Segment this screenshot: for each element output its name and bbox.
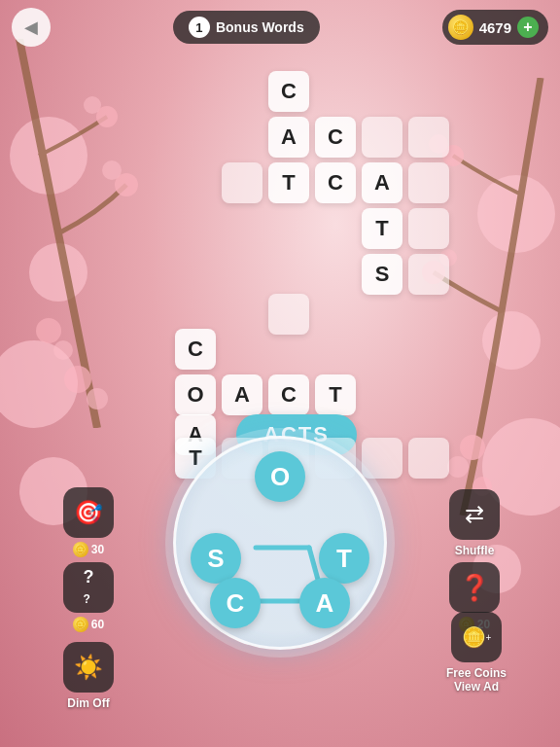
tile-C3: C <box>315 162 356 203</box>
tile-e6-5 <box>268 294 309 335</box>
free-coins-button[interactable]: 🪙+ Free Coins View Ad <box>446 612 507 694</box>
coins-badge: 🪙 4679 + <box>442 10 548 45</box>
add-coins-button[interactable]: + <box>517 17 539 38</box>
circle-letter-A[interactable]: A <box>299 578 350 628</box>
tile-e5-8 <box>408 254 449 295</box>
shuffle-button[interactable]: ⇄ Shuffle <box>449 489 500 557</box>
hint-right-icon: ❓ <box>449 562 500 613</box>
svg-point-6 <box>64 366 91 393</box>
circle-letter-T[interactable]: T <box>319 533 369 584</box>
tile-A3: A <box>362 162 402 203</box>
dart-button[interactable]: 🎯 🪙 30 <box>63 487 114 557</box>
svg-point-12 <box>460 435 485 460</box>
tile-e10-8 <box>408 438 449 479</box>
tile-O8: O <box>175 374 216 415</box>
back-button[interactable]: ◀ <box>12 8 51 47</box>
coin-count: 4679 <box>479 19 511 36</box>
header: ◀ 1 Bonus Words 🪙 4679 + <box>0 8 560 47</box>
tile-T8: T <box>315 374 356 415</box>
circle-letter-S[interactable]: S <box>191 533 241 584</box>
game-grid: C A C T C A T S C O A C T ACTS A <box>105 66 455 436</box>
letter-circle: O S T C A <box>173 436 387 650</box>
tile-e2-7 <box>362 117 402 158</box>
tile-C2: C <box>315 117 356 158</box>
bonus-badge: 1 Bonus Words <box>173 11 320 44</box>
shuffle-label: Shuffle <box>455 544 495 557</box>
hint-cost: 🪙 60 <box>73 617 104 632</box>
svg-point-4 <box>36 318 61 343</box>
shuffle-icon: ⇄ <box>449 489 500 540</box>
coin-icon: 🪙 <box>448 15 473 40</box>
tile-C1: C <box>268 71 309 112</box>
svg-point-5 <box>53 340 73 360</box>
hint-icon: ?? <box>63 562 114 613</box>
tile-e2-8 <box>408 117 449 158</box>
circle-letter-O[interactable]: O <box>255 451 305 502</box>
dart-coin-icon: 🪙 <box>73 542 88 557</box>
tile-T3: T <box>268 162 309 203</box>
tile-A8: A <box>222 374 262 415</box>
tile-A2: A <box>268 117 309 158</box>
dart-icon: 🎯 <box>63 487 114 538</box>
dim-label: Dim Off <box>67 696 109 710</box>
tile-e4-8 <box>408 208 449 249</box>
tile-e3-8 <box>408 162 449 203</box>
tile-C8: C <box>268 374 309 415</box>
tile-C7: C <box>175 329 216 370</box>
dim-button[interactable]: ☀️ Dim Off <box>63 642 114 710</box>
tile-T4: T <box>362 208 402 249</box>
dim-icon: ☀️ <box>63 642 114 693</box>
bonus-number: 1 <box>189 17 210 38</box>
tile-e3-4 <box>222 162 262 203</box>
dart-cost: 🪙 30 <box>73 542 104 557</box>
view-ad-label: View Ad <box>454 680 499 694</box>
hint-coin-icon: 🪙 <box>73 617 88 632</box>
bonus-label: Bonus Words <box>216 19 304 35</box>
svg-point-13 <box>447 456 469 478</box>
tile-S5: S <box>362 254 402 295</box>
svg-point-3 <box>84 96 101 114</box>
free-coins-label: Free Coins <box>446 666 507 680</box>
hint-left-button[interactable]: ?? 🪙 60 <box>63 562 114 632</box>
circle-letter-C[interactable]: C <box>210 578 261 628</box>
free-coins-icon: 🪙+ <box>451 612 502 662</box>
